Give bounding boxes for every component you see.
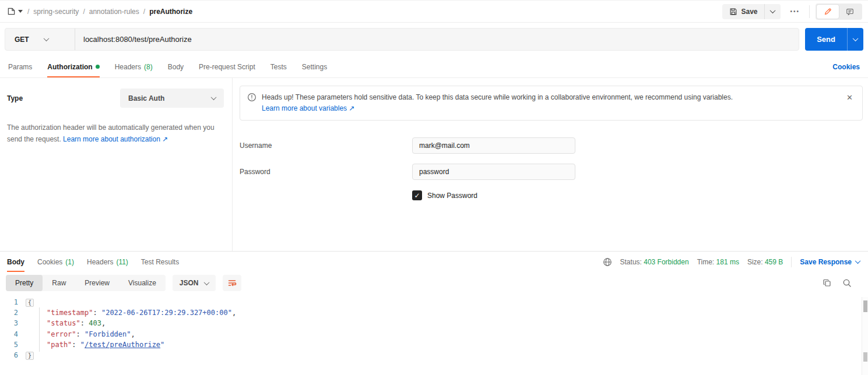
fold-widget[interactable]: { (26, 299, 34, 307)
json-token: "2022-06-26T17:29:29.327+00:00" (101, 309, 232, 317)
banner-text: Heads up! These parameters hold sensitiv… (262, 92, 839, 114)
authorization-panel: Type Basic Auth The authorization header… (0, 78, 868, 251)
meta-divider (791, 257, 792, 267)
auth-configured-dot-icon (96, 65, 100, 69)
auth-type-label: Type (7, 94, 23, 102)
line-number: 3 (0, 319, 26, 327)
auth-type-value: Basic Auth (128, 94, 164, 102)
save-response-label: Save Response (800, 258, 852, 266)
time-meta: Time: 181 ms (697, 258, 739, 266)
response-meta: Status: 403 Forbidden Time: 181 ms Size:… (603, 252, 860, 272)
json-token: , (232, 309, 236, 317)
response-tab-test-results[interactable]: Test Results (141, 252, 179, 272)
method-select[interactable]: GET (5, 29, 75, 50)
json-token: " (160, 341, 164, 349)
json-token: "error" (47, 330, 76, 338)
breadcrumb-request-name[interactable]: preAuthorize (149, 8, 192, 16)
json-path-link[interactable]: /test/preAuthorize (85, 341, 160, 349)
json-token: : (72, 341, 80, 349)
fold-widget[interactable]: } (26, 352, 34, 360)
view-raw-button[interactable]: Raw (43, 275, 75, 291)
cookies-link[interactable]: Cookies (832, 56, 860, 77)
show-password-row: ✓ Show Password (412, 190, 863, 200)
json-token: "timestamp" (47, 309, 93, 317)
response-code-lines: 1{2"timestamp": "2022-06-26T17:29:29.327… (0, 297, 868, 360)
username-label: Username (240, 141, 412, 150)
response-tab-headers[interactable]: Headers (11) (87, 252, 128, 272)
topbar-divider (809, 5, 810, 18)
breadcrumb-separator: / (143, 8, 145, 16)
globe-icon (603, 257, 612, 267)
breadcrumb: / spring-security / annotation-rules / p… (27, 8, 192, 16)
copy-response-button[interactable] (823, 278, 832, 288)
tab-params[interactable]: Params (8, 56, 32, 77)
username-row: Username (240, 137, 863, 154)
network-info-button[interactable] (603, 257, 612, 267)
tab-settings[interactable]: Settings (302, 56, 327, 77)
tab-authorization[interactable]: Authorization (47, 56, 99, 77)
learn-more-variables-link[interactable]: Learn more about variables ↗ (262, 104, 354, 112)
line-content: } (26, 351, 34, 360)
line-content: "path": "/test/preAuthorize" (26, 341, 164, 349)
view-visualize-button[interactable]: Visualize (119, 275, 166, 291)
breadcrumb-collection[interactable]: spring-security (33, 8, 79, 16)
show-password-checkbox[interactable]: ✓ (412, 190, 422, 200)
more-actions-button[interactable]: ••• (786, 6, 803, 17)
tab-tests[interactable]: Tests (270, 56, 287, 77)
tab-headers[interactable]: Headers (8) (115, 56, 153, 77)
line-number: 4 (0, 330, 26, 338)
response-view-switcher: Pretty Raw Preview Visualize (6, 275, 166, 291)
send-options-caret[interactable] (847, 28, 863, 51)
view-pretty-button[interactable]: Pretty (6, 275, 43, 291)
chevron-down-icon (855, 258, 861, 264)
breadcrumb-folder[interactable]: annotation-rules (89, 8, 139, 16)
response-tab-cookies[interactable]: Cookies (1) (37, 252, 74, 272)
auth-type-select[interactable]: Basic Auth (120, 89, 224, 108)
warning-circle-icon (247, 93, 256, 102)
format-select[interactable]: JSON (173, 275, 216, 291)
learn-more-authorization-link[interactable]: Learn more about authorization ↗ (63, 135, 168, 143)
save-options-caret[interactable] (764, 4, 781, 19)
time-label: Time: (697, 258, 715, 266)
save-response-button[interactable]: Save Response (800, 258, 860, 266)
search-response-button[interactable] (842, 278, 852, 288)
code-line: 1{ (0, 297, 868, 307)
format-value: JSON (180, 279, 199, 287)
edit-mode-button[interactable] (817, 5, 839, 19)
json-token: "status" (47, 319, 80, 327)
response-header: Body Cookies (1) Headers (11) Test Resul… (0, 251, 868, 272)
code-line: 2"timestamp": "2022-06-26T17:29:29.327+0… (0, 307, 868, 318)
response-toolbar-right (823, 278, 862, 288)
response-scrollbar (862, 297, 868, 375)
tab-prerequest-script[interactable]: Pre-request Script (199, 56, 255, 77)
username-input[interactable] (412, 137, 575, 154)
view-preview-button[interactable]: Preview (75, 275, 119, 291)
json-token: , (101, 319, 106, 327)
size-label: Size: (747, 258, 763, 266)
line-number: 2 (0, 309, 26, 317)
close-icon[interactable]: ✕ (844, 92, 855, 103)
status-label: Status: (620, 258, 642, 266)
scrollbar-marker[interactable] (863, 352, 867, 362)
response-tab-body[interactable]: Body (7, 252, 24, 272)
send-button[interactable]: Send (805, 28, 847, 51)
show-password-label: Show Password (427, 192, 477, 200)
banner-message: Heads up! These parameters hold sensitiv… (262, 92, 839, 103)
save-button-group: Save (722, 4, 781, 19)
code-line: 3"status": 403, (0, 318, 868, 328)
scrollbar-thumb[interactable] (863, 300, 867, 312)
comment-icon (846, 8, 854, 16)
url-input[interactable] (75, 29, 799, 50)
topbar-actions: Save ••• (722, 3, 862, 20)
save-button[interactable]: Save (722, 4, 764, 19)
wrap-lines-button[interactable] (223, 275, 241, 291)
request-file-menu[interactable] (7, 7, 23, 16)
tab-body[interactable]: Body (168, 56, 184, 77)
password-input[interactable] (412, 164, 575, 180)
sensitive-data-banner: Heads up! These parameters hold sensitiv… (240, 86, 863, 121)
cookies-count-badge: (1) (65, 258, 74, 266)
method-value: GET (15, 36, 29, 44)
postman-app: / spring-security / annotation-rules / p… (0, 0, 868, 375)
comments-button[interactable] (839, 5, 861, 19)
file-caret-icon (18, 10, 23, 13)
